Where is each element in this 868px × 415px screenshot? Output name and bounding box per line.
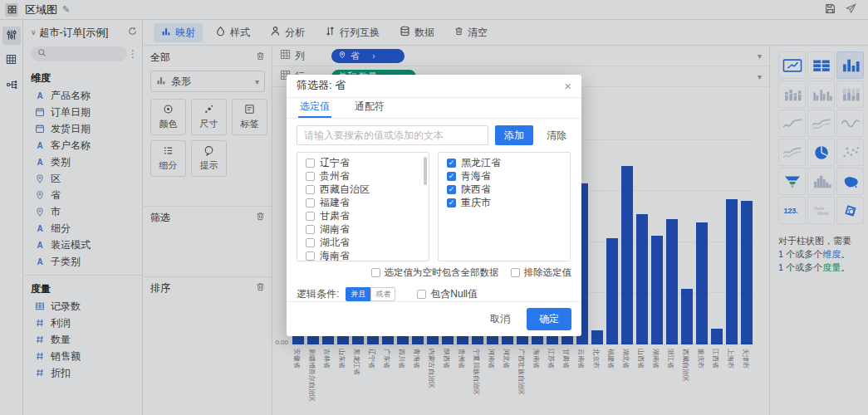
value-checkbox[interactable] bbox=[306, 212, 315, 221]
value-list-item[interactable]: ✓黑龙江省 bbox=[439, 156, 570, 169]
value-checkbox[interactable] bbox=[306, 198, 315, 208]
value-label: 辽宁省 bbox=[320, 156, 350, 170]
add-button[interactable]: 添加 bbox=[495, 125, 533, 145]
close-icon[interactable]: × bbox=[564, 79, 571, 93]
filter-search-input[interactable] bbox=[297, 125, 488, 145]
value-list-item[interactable]: 贵州省 bbox=[297, 169, 429, 183]
cancel-button[interactable]: 取消 bbox=[480, 308, 520, 330]
value-label: 甘肃省 bbox=[320, 209, 350, 223]
value-label: 湖北省 bbox=[320, 236, 350, 250]
available-values-list: 辽宁省贵州省西藏自治区福建省甘肃省湖南省湖北省海南省 bbox=[297, 152, 429, 261]
value-checkbox[interactable] bbox=[306, 225, 315, 234]
value-label: 黑龙江省 bbox=[461, 156, 501, 170]
filter-dialog-title: 筛选器: 省 bbox=[297, 78, 564, 93]
value-label: 湖南省 bbox=[320, 222, 350, 237]
value-checkbox[interactable]: ✓ bbox=[447, 172, 456, 181]
value-checkbox[interactable]: ✓ bbox=[447, 198, 456, 208]
value-label: 重庆市 bbox=[461, 196, 491, 210]
value-list-item[interactable]: ✓重庆市 bbox=[439, 196, 570, 209]
value-list-item[interactable]: ✓青海省 bbox=[439, 169, 570, 183]
selected-values-list: ✓黑龙江省✓青海省✓陕西省✓重庆市 bbox=[438, 152, 571, 261]
clear-button[interactable]: 清除 bbox=[542, 128, 571, 144]
include-all-when-empty-option[interactable]: 选定值为空时包含全部数据 bbox=[371, 266, 499, 279]
confirm-button[interactable]: 确定 bbox=[527, 308, 571, 330]
dialog-tab-选定值[interactable]: 选定值 bbox=[298, 98, 331, 118]
bi-app: 区域图 ✎ ∨ 超市-订单[示例] ⋮ 维度 A产品名称订单日期发货日期A客户名… bbox=[0, 0, 868, 415]
value-list-item[interactable]: 福建省 bbox=[297, 196, 429, 209]
value-label: 福建省 bbox=[320, 196, 350, 210]
filter-dialog: 筛选器: 省 × 选定值通配符 添加 清除 辽宁省贵州省西藏自治区福建省甘肃省湖… bbox=[287, 75, 581, 336]
exclude-selected-option[interactable]: 排除选定值 bbox=[511, 266, 572, 279]
value-label: 陕西省 bbox=[461, 183, 491, 197]
value-checkbox[interactable]: ✓ bbox=[447, 185, 456, 194]
value-list-item[interactable]: 湖南省 bbox=[297, 222, 429, 236]
exclude-selected-checkbox[interactable] bbox=[511, 268, 520, 277]
value-checkbox[interactable] bbox=[306, 185, 315, 194]
value-checkbox[interactable]: ✓ bbox=[447, 159, 456, 168]
value-checkbox[interactable] bbox=[306, 251, 315, 261]
include-null-option[interactable]: 包含Null值 bbox=[417, 287, 478, 301]
include-null-checkbox[interactable] bbox=[417, 290, 426, 299]
value-checkbox[interactable] bbox=[306, 238, 315, 247]
value-list-item[interactable]: 湖北省 bbox=[297, 236, 429, 249]
value-label: 贵州省 bbox=[320, 169, 350, 183]
value-label: 青海省 bbox=[461, 169, 491, 183]
value-label: 西藏自治区 bbox=[320, 183, 370, 197]
logic-toggle: 并且或者 bbox=[346, 287, 395, 301]
value-list-item[interactable]: 甘肃省 bbox=[297, 209, 429, 222]
value-list-item[interactable]: 辽宁省 bbox=[297, 156, 429, 169]
logic-option-或者[interactable]: 或者 bbox=[370, 287, 395, 301]
logic-condition-label: 逻辑条件: bbox=[297, 287, 339, 301]
logic-option-并且[interactable]: 并且 bbox=[346, 287, 370, 301]
value-list-item[interactable]: 海南省 bbox=[297, 249, 429, 261]
value-label: 海南省 bbox=[320, 249, 350, 262]
value-list-item[interactable]: ✓陕西省 bbox=[439, 183, 570, 196]
value-checkbox[interactable] bbox=[306, 159, 315, 168]
include-all-when-empty-checkbox[interactable] bbox=[371, 268, 380, 277]
value-list-item[interactable]: 西藏自治区 bbox=[297, 183, 429, 196]
dialog-tab-通配符[interactable]: 通配符 bbox=[353, 98, 386, 118]
value-checkbox[interactable] bbox=[306, 172, 315, 181]
list-scrollbar[interactable] bbox=[424, 157, 427, 185]
